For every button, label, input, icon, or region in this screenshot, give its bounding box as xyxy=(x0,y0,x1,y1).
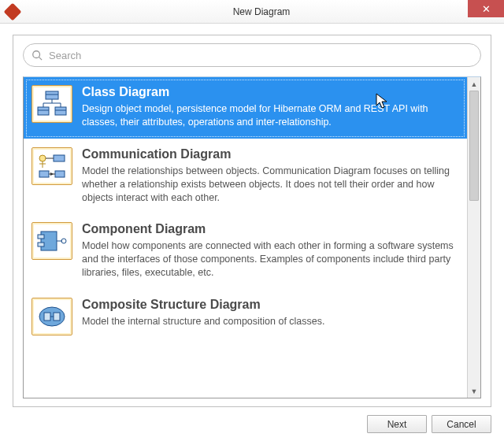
scroll-down-button[interactable]: ▼ xyxy=(468,384,480,398)
svg-rect-6 xyxy=(55,107,66,115)
list-item-body: Communication DiagramModel the relations… xyxy=(82,147,459,205)
dialog-footer: Next Cancel xyxy=(13,407,491,433)
list-item-desc: Model the relationships between objects.… xyxy=(82,165,459,205)
list-item-title: Communication Diagram xyxy=(82,147,459,161)
class-diagram-icon xyxy=(32,85,72,123)
svg-point-0 xyxy=(33,51,40,58)
list-item-body: Component DiagramModel how components ar… xyxy=(82,222,459,280)
close-button[interactable]: ✕ xyxy=(468,0,504,17)
next-button[interactable]: Next xyxy=(367,415,427,433)
diagram-list[interactable]: Class DiagramDesign object model, persis… xyxy=(24,77,467,398)
cancel-button[interactable]: Cancel xyxy=(432,415,491,433)
scroll-up-button[interactable]: ▲ xyxy=(468,77,480,91)
list-item[interactable]: Component DiagramModel how components ar… xyxy=(24,214,467,290)
svg-rect-16 xyxy=(39,171,49,177)
list-item-body: Class DiagramDesign object model, persis… xyxy=(82,85,459,129)
svg-marker-20 xyxy=(50,172,54,176)
search-icon xyxy=(32,50,43,61)
scroll-track[interactable] xyxy=(468,91,480,384)
search-input[interactable] xyxy=(49,50,471,61)
svg-rect-4 xyxy=(38,107,49,115)
list-item[interactable]: Communication DiagramModel the relations… xyxy=(24,139,467,215)
scrollbar[interactable]: ▲ ▼ xyxy=(467,77,480,398)
component-diagram-icon xyxy=(32,222,72,260)
svg-line-1 xyxy=(39,57,43,61)
scroll-thumb[interactable] xyxy=(469,91,479,201)
list-item-desc: Model how components are connected with … xyxy=(82,239,459,280)
svg-rect-22 xyxy=(38,235,44,239)
svg-rect-28 xyxy=(54,313,60,321)
diagram-list-container: Class DiagramDesign object model, persis… xyxy=(23,76,481,398)
svg-point-12 xyxy=(39,155,46,161)
composite-structure-diagram-icon xyxy=(32,298,72,335)
list-item-title: Component Diagram xyxy=(82,222,459,236)
content-panel: Class DiagramDesign object model, persis… xyxy=(13,35,491,407)
close-icon: ✕ xyxy=(482,3,491,15)
list-item[interactable]: Composite Structure DiagramModel the int… xyxy=(24,290,467,346)
dialog-body: Class DiagramDesign object model, persis… xyxy=(0,24,504,441)
list-item-desc: Design object model, persistence model f… xyxy=(82,102,459,129)
list-item[interactable]: Class DiagramDesign object model, persis… xyxy=(24,77,467,139)
search-row xyxy=(23,43,481,67)
svg-rect-27 xyxy=(44,313,50,321)
svg-rect-23 xyxy=(38,243,44,246)
svg-rect-15 xyxy=(54,155,65,161)
window-title: New Diagram xyxy=(19,6,504,17)
search-box[interactable] xyxy=(23,43,481,67)
communication-diagram-icon xyxy=(32,147,72,185)
list-item-title: Class Diagram xyxy=(82,85,459,99)
list-item-title: Composite Structure Diagram xyxy=(82,298,459,312)
list-item-body: Composite Structure DiagramModel the int… xyxy=(82,298,459,335)
list-item-desc: Model the internal structure and composi… xyxy=(82,315,459,328)
svg-rect-17 xyxy=(55,171,65,177)
titlebar: New Diagram ✕ xyxy=(0,0,504,24)
svg-rect-2 xyxy=(46,91,58,99)
